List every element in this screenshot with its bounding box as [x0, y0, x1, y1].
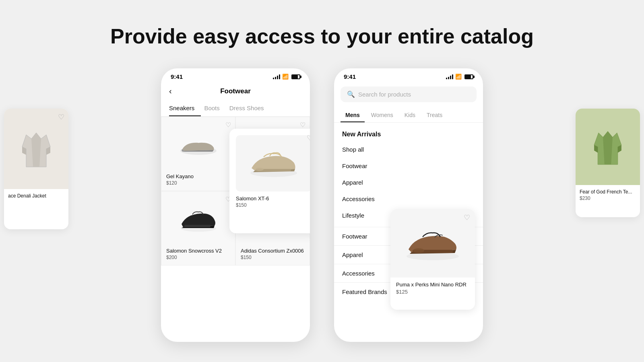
- right-card-name: Fear of God French Te...: [580, 189, 636, 195]
- left-side-card: ♡ ace Denali Jacket: [4, 109, 68, 229]
- phone-browse: 9:41 📶 🔍 Search for products Mens Womens…: [334, 68, 483, 342]
- page-title: Provide easy access to your entire catal…: [0, 0, 644, 68]
- shoe-svg: [178, 134, 219, 158]
- right-side-card: Fear of God French Te... $230: [576, 109, 640, 217]
- featured-product-name: Puma x Perks Mini Nano RDR: [396, 282, 469, 288]
- menu-accessories[interactable]: Accessories: [334, 191, 483, 207]
- product-gel-kayano[interactable]: ♡ Gel Kayano $120: [161, 117, 235, 191]
- time-2: 9:41: [344, 73, 356, 80]
- svg-point-12: [413, 248, 424, 253]
- heart-icon[interactable]: ♡: [300, 121, 305, 129]
- bar1: [273, 78, 274, 79]
- featured-product-price: $125: [396, 289, 469, 295]
- svg-point-9: [256, 168, 264, 171]
- battery-icon-2: [464, 74, 473, 79]
- phone-footwear: 9:41 📶 ‹ Footwear Sneakers Boots Dress S…: [161, 68, 310, 342]
- tab-mens[interactable]: Mens: [341, 109, 365, 122]
- wifi-icon-2: 📶: [455, 74, 462, 80]
- accessories-label: Accessories: [342, 270, 375, 277]
- search-bar[interactable]: 🔍 Search for products: [341, 86, 477, 102]
- bar4: [452, 74, 453, 79]
- category-tabs: Mens Womens Kids Treats: [334, 109, 483, 123]
- salomon-xt6-price: $150: [236, 202, 310, 208]
- tab-dress-shoes[interactable]: Dress Shoes: [229, 101, 270, 116]
- tabs-row: Sneakers Boots Dress Shoes: [161, 101, 310, 117]
- status-icons-1: 📶: [273, 74, 300, 80]
- status-icons-2: 📶: [446, 74, 473, 80]
- tab-sneakers[interactable]: Sneakers: [169, 101, 201, 116]
- bar1: [446, 78, 447, 79]
- left-card-name: ace Denali Jacket: [8, 193, 64, 199]
- back-button[interactable]: ‹: [169, 86, 172, 96]
- adidas-name: Adidas Consortium Zx0006: [241, 248, 305, 254]
- snowcross-name: Salomon Snowcross V2: [166, 248, 230, 254]
- salomon-svg: [248, 147, 300, 179]
- phone-nav: ‹ Footwear: [161, 83, 310, 97]
- snowcross-svg: [178, 206, 219, 234]
- heart-icon[interactable]: ♡: [225, 121, 231, 129]
- footwear-label: Footwear: [342, 233, 367, 240]
- status-bar-1: 9:41 📶: [161, 68, 310, 83]
- heart-icon-featured[interactable]: ♡: [464, 213, 470, 222]
- featured-product-card[interactable]: ♡ Puma x Perks Mini Nano RDR $125: [390, 209, 475, 310]
- tab-treats[interactable]: Treats: [422, 109, 447, 122]
- signal-icon-2: [446, 74, 453, 79]
- jacket-image: [20, 127, 52, 171]
- gel-kayano-image: [166, 122, 230, 170]
- featured-brands-label: Featured Brands: [342, 288, 387, 295]
- tab-kids[interactable]: Kids: [400, 109, 420, 122]
- bar2: [448, 77, 449, 79]
- wifi-icon: 📶: [282, 74, 289, 80]
- menu-footwear[interactable]: Footwear: [334, 158, 483, 174]
- adidas-price: $150: [241, 255, 305, 260]
- bar4: [279, 74, 280, 79]
- apparel-label: Apparel: [342, 251, 363, 258]
- puma-shoe-svg: [402, 223, 463, 263]
- right-card-price: $230: [580, 195, 636, 201]
- status-bar-2: 9:41 📶: [334, 68, 483, 83]
- menu-shop-all[interactable]: Shop all: [334, 141, 483, 158]
- salomon-xt6-name: Salomon XT-6: [236, 195, 310, 202]
- heart-icon[interactable]: ♡: [58, 113, 64, 121]
- salomon-xt6-card[interactable]: ♡ Salomon XT-6 $150: [229, 129, 310, 233]
- new-arrivals-header: New Arrivals: [334, 126, 483, 141]
- gel-kayano-name: Gel Kayano: [166, 173, 230, 179]
- tab-boots[interactable]: Boots: [204, 101, 226, 116]
- phones-container: ♡ ace Denali Jacket 9:41: [0, 68, 644, 342]
- salomon-xt6-image: [236, 135, 310, 191]
- signal-icon: [273, 74, 280, 79]
- bar3: [450, 76, 451, 79]
- product-snowcross[interactable]: ♡ Salomon Snowcross V2 $200: [161, 191, 235, 265]
- bar3: [277, 76, 278, 79]
- bar2: [275, 77, 276, 79]
- menu-apparel[interactable]: Apparel: [334, 174, 483, 191]
- snowcross-image: [166, 196, 230, 245]
- snowcross-price: $200: [166, 255, 230, 260]
- time-1: 9:41: [171, 73, 183, 80]
- tab-womens[interactable]: Womens: [366, 109, 398, 122]
- svg-rect-4: [184, 225, 211, 227]
- heart-icon[interactable]: ♡: [307, 134, 310, 142]
- search-icon: 🔍: [347, 90, 355, 98]
- battery-icon: [291, 74, 300, 79]
- gel-kayano-price: $120: [166, 180, 230, 186]
- nav-title: Footwear: [220, 87, 251, 95]
- green-jacket-svg: [590, 125, 626, 169]
- search-placeholder: Search for products: [358, 91, 411, 98]
